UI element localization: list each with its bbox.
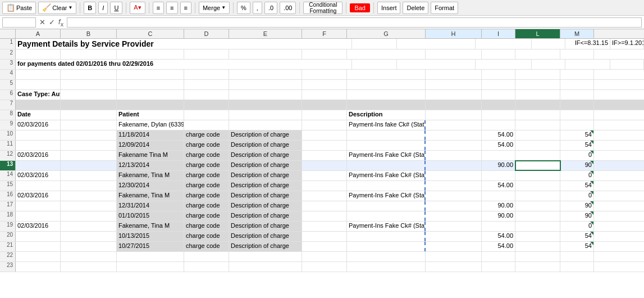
ss-cell[interactable]	[560, 49, 594, 59]
ss-cell[interactable]	[302, 120, 347, 130]
col-header-F[interactable]: F	[302, 29, 347, 38]
ss-cell[interactable]	[482, 100, 515, 110]
ss-cell[interactable]	[302, 252, 347, 261]
ss-cell[interactable]	[347, 49, 426, 59]
ss-cell[interactable]	[61, 181, 117, 191]
ss-cell[interactable]	[515, 191, 560, 201]
ss-cell[interactable]	[117, 80, 184, 89]
ss-cell[interactable]	[560, 70, 594, 79]
ss-cell[interactable]: 90.00	[482, 201, 515, 211]
ss-cell[interactable]	[515, 171, 560, 180]
ss-cell[interactable]	[16, 262, 61, 272]
ss-cell[interactable]	[347, 211, 426, 221]
ss-cell[interactable]: 11/18/2014	[117, 130, 184, 140]
ss-cell[interactable]	[482, 49, 515, 59]
ss-cell[interactable]	[532, 60, 565, 69]
ss-cell[interactable]	[61, 70, 117, 79]
ss-cell[interactable]	[426, 80, 482, 89]
ss-cell[interactable]: Description of charge	[229, 211, 302, 221]
ss-cell[interactable]	[482, 171, 515, 180]
ss-cell[interactable]	[302, 232, 347, 241]
ss-cell[interactable]	[426, 262, 482, 272]
ss-cell[interactable]	[426, 211, 482, 221]
ss-cell[interactable]: 02/03/2016	[16, 120, 61, 130]
ss-cell[interactable]	[482, 191, 515, 201]
ss-cell[interactable]: charge code	[184, 181, 229, 191]
ss-cell[interactable]	[61, 211, 117, 221]
ss-cell[interactable]	[61, 242, 117, 251]
ss-cell[interactable]	[229, 100, 302, 110]
ss-cell[interactable]: 54	[560, 181, 594, 191]
ss-cell[interactable]	[515, 90, 560, 100]
ss-cell[interactable]	[426, 201, 482, 211]
ss-cell[interactable]: charge code	[184, 191, 229, 201]
ss-cell[interactable]	[347, 80, 426, 89]
ss-cell[interactable]: charge code	[184, 130, 229, 140]
ss-cell[interactable]: charge code	[184, 242, 229, 251]
ss-cell[interactable]	[347, 252, 426, 261]
ss-cell[interactable]	[397, 39, 476, 49]
ss-cell[interactable]	[117, 70, 184, 79]
ss-cell[interactable]: Description of charge	[229, 141, 302, 150]
ss-cell[interactable]	[515, 242, 560, 251]
ss-cell[interactable]: 02/03/2016	[16, 151, 61, 160]
ss-cell[interactable]: 10/13/2015	[117, 232, 184, 241]
ss-cell[interactable]	[482, 90, 515, 100]
ss-cell[interactable]	[302, 201, 347, 211]
align-right-button[interactable]: ≡	[180, 2, 191, 14]
ss-cell[interactable]: 90	[560, 201, 594, 211]
ss-cell[interactable]: 54.00	[482, 181, 515, 191]
ss-cell[interactable]	[184, 110, 229, 120]
ss-cell[interactable]	[426, 181, 482, 191]
ss-cell[interactable]	[302, 161, 347, 170]
ss-cell[interactable]	[184, 90, 229, 100]
ss-cell[interactable]	[184, 70, 229, 79]
format-button[interactable]: Format	[431, 2, 458, 14]
ss-cell[interactable]	[515, 262, 560, 272]
ss-cell[interactable]	[515, 201, 560, 211]
ss-cell[interactable]	[184, 120, 229, 130]
ss-cell[interactable]	[426, 161, 482, 170]
ss-cell[interactable]	[302, 171, 347, 180]
ss-cell[interactable]	[515, 100, 560, 110]
ss-cell[interactable]	[61, 161, 117, 170]
ss-cell[interactable]	[16, 252, 61, 261]
ss-cell[interactable]: Description of charge	[229, 242, 302, 251]
ss-cell[interactable]: Case Type: Auto Accident	[16, 90, 61, 100]
col-header-C[interactable]: C	[117, 29, 184, 38]
increase-decimal-button[interactable]: .0	[264, 2, 277, 14]
ss-cell[interactable]: 10/27/2015	[117, 242, 184, 251]
ss-cell[interactable]	[61, 171, 117, 180]
ss-cell[interactable]: 12/13/2014	[117, 161, 184, 170]
ss-cell[interactable]: 12/30/2014	[117, 181, 184, 191]
ss-cell[interactable]: 02/03/2016	[16, 222, 61, 231]
ss-cell[interactable]	[229, 110, 302, 120]
ss-cell[interactable]: Description of charge	[229, 130, 302, 140]
ss-cell[interactable]	[61, 130, 117, 140]
ss-cell[interactable]	[302, 70, 347, 79]
ss-cell[interactable]	[426, 110, 482, 120]
ss-cell[interactable]	[482, 80, 515, 89]
ss-cell-description-header[interactable]: Description	[347, 110, 426, 120]
ss-cell[interactable]	[16, 242, 61, 251]
ss-cell[interactable]: 54.00	[482, 130, 515, 140]
ss-cell[interactable]	[482, 262, 515, 272]
ss-cell[interactable]	[515, 80, 560, 89]
ss-cell[interactable]	[560, 120, 594, 130]
confirm-formula-button[interactable]: ✓	[48, 18, 56, 26]
ss-cell[interactable]: 90	[560, 161, 594, 170]
ss-cell[interactable]	[184, 252, 229, 261]
ss-cell-patient-header[interactable]: Patient	[117, 110, 184, 120]
ss-cell[interactable]: Description of charge	[229, 161, 302, 170]
ss-cell[interactable]	[117, 252, 184, 261]
ss-cell[interactable]: 0	[560, 151, 594, 160]
ss-cell[interactable]	[515, 222, 560, 231]
insert-function-button[interactable]: fx	[57, 17, 65, 28]
ss-cell[interactable]: Payment Details by Service Provider	[16, 39, 352, 49]
cell-reference-input[interactable]: L13	[2, 17, 36, 28]
ss-cell[interactable]	[532, 39, 565, 49]
ss-cell[interactable]	[426, 90, 482, 100]
ss-cell[interactable]	[184, 100, 229, 110]
ss-cell[interactable]	[426, 171, 482, 180]
ss-cell[interactable]: Fakename Tina M	[117, 151, 184, 160]
